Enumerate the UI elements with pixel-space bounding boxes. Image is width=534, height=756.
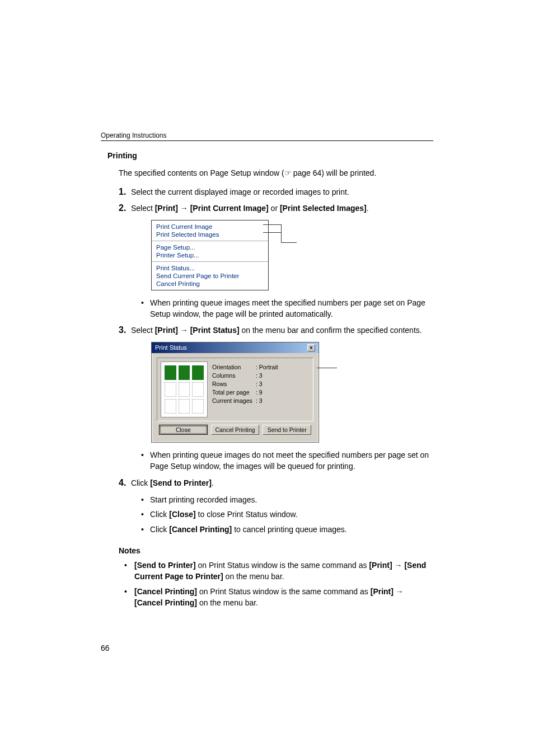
preview-cell-filled: [179, 365, 190, 380]
t: Click: [150, 510, 169, 519]
t: .: [367, 204, 369, 213]
label-total: Total per page: [212, 389, 256, 396]
t: .: [212, 478, 214, 487]
t: [Send to Printer]: [134, 561, 196, 570]
send-to-printer-button[interactable]: Send to Printer: [263, 425, 311, 435]
t: on the menu bar.: [223, 572, 284, 581]
window-title: Print Status: [155, 344, 187, 351]
t: [Cancel Printing]: [134, 598, 197, 607]
t: [Cancel Printing]: [134, 587, 197, 596]
step-3-notes: When printing queue images do not meet t…: [139, 449, 433, 472]
callout-line: [281, 224, 282, 242]
t: [Cancel Printing]: [169, 525, 232, 534]
reference-icon: ☞: [284, 169, 291, 177]
print-status-figure: Print Status ×: [151, 342, 336, 443]
t: [Print Selected Images]: [280, 204, 367, 213]
t: Click: [131, 478, 150, 487]
notes-list: [Send to Printer] on Print Status window…: [121, 560, 433, 608]
menu-item-send-current-page[interactable]: Send Current Page to Printer: [156, 272, 264, 280]
value-rows: : 3: [256, 381, 263, 387]
section-title: Printing: [107, 151, 433, 160]
page-preview: [161, 361, 208, 417]
step-number: 1.: [119, 187, 129, 197]
page-number: 66: [101, 644, 110, 652]
t: or: [269, 204, 280, 213]
callout-line: [317, 368, 337, 368]
label-rows: Rows: [212, 381, 256, 387]
arrow-icon: →: [178, 326, 190, 335]
t: on the menu bar.: [197, 598, 258, 607]
bullet: Click [Cancel Printing] to cancel printi…: [139, 524, 433, 535]
print-menu-figure: Print Current Image Print Selected Image…: [151, 220, 297, 290]
preview-cell-filled: [192, 365, 204, 380]
t: [Print]: [369, 561, 392, 570]
t: [Send to Printer]: [150, 478, 212, 487]
menu-item-print-selected[interactable]: Print Selected Images: [156, 231, 264, 238]
label-current: Current images: [212, 397, 256, 404]
preview-cell-empty: [179, 382, 190, 397]
value-orientation: : Portrait: [256, 364, 278, 370]
running-header: Operating Instructions: [101, 132, 433, 141]
step-4-notes: Start printing recorded images. Click [C…: [139, 494, 433, 535]
bullet: Start printing recorded images.: [139, 494, 433, 505]
menu-item-print-status[interactable]: Print Status...: [156, 264, 264, 272]
t: to cancel printing queue images.: [232, 525, 346, 534]
close-button[interactable]: Close: [159, 425, 208, 435]
t: Select: [131, 326, 155, 335]
step-text: Select the current displayed image or re…: [131, 187, 433, 198]
step-4: 4. Click [Send to Printer].: [119, 478, 433, 489]
arrow-icon: →: [178, 204, 190, 213]
preview-cell-filled: [165, 365, 176, 380]
t: Select: [131, 204, 155, 213]
t: Click: [150, 525, 169, 534]
step-number: 4.: [119, 478, 129, 488]
preview-cell-empty: [179, 399, 190, 414]
t: [Print Current Image]: [190, 204, 269, 213]
callout-line: [263, 224, 281, 225]
print-menu: Print Current Image Print Selected Image…: [151, 220, 269, 290]
step-2-notes: When printing queue images meet the spec…: [139, 297, 433, 320]
value-current: : 3: [256, 397, 263, 404]
t: [Print]: [155, 204, 178, 213]
print-status-titlebar: Print Status ×: [152, 342, 318, 353]
value-columns: : 3: [256, 372, 263, 379]
notes-heading: Notes: [119, 546, 433, 555]
t: on Print Status window is the same comma…: [196, 561, 369, 570]
t: [Print Status]: [190, 326, 240, 335]
menu-item-printer-setup[interactable]: Printer Setup...: [156, 251, 264, 259]
menu-item-page-setup[interactable]: Page Setup...: [156, 243, 264, 251]
preview-cell-empty: [192, 382, 204, 397]
step-number: 3.: [119, 325, 129, 335]
step-text: Click [Send to Printer].: [131, 478, 433, 489]
note-item: [Send to Printer] on Print Status window…: [121, 560, 433, 583]
t: on Print Status window is the same comma…: [197, 587, 371, 596]
intro-text: The specified contents on Page Setup win…: [119, 168, 433, 179]
cancel-printing-button[interactable]: Cancel Printing: [211, 425, 260, 435]
bullet: Click [Close] to close Print Status wind…: [139, 509, 433, 520]
t: to close Print Status window.: [196, 510, 298, 519]
preview-cell-empty: [192, 399, 204, 414]
preview-cell-empty: [165, 382, 176, 397]
step-3: 3. Select [Print] → [Print Status] on th…: [119, 325, 433, 336]
print-status-window: Print Status ×: [151, 342, 319, 443]
step-2: 2. Select [Print] → [Print Current Image…: [119, 203, 433, 214]
callout-line: [263, 232, 281, 233]
step-text: Select [Print] → [Print Current Image] o…: [131, 203, 433, 214]
close-icon[interactable]: ×: [307, 344, 315, 351]
callout-line: [281, 242, 297, 243]
step-text: Select [Print] → [Print Status] on the m…: [131, 325, 433, 336]
label-orientation: Orientation: [212, 364, 256, 370]
menu-item-print-current[interactable]: Print Current Image: [156, 223, 264, 231]
t: on the menu bar and confirm the specifie…: [240, 326, 422, 335]
note-item: [Cancel Printing] on Print Status window…: [121, 586, 433, 609]
arrow-icon: →: [394, 587, 404, 596]
t: [Print]: [371, 587, 394, 596]
menu-item-cancel-printing[interactable]: Cancel Printing: [156, 280, 264, 288]
print-status-info: Orientation: Portrait Columns: 3 Rows: 3…: [212, 361, 310, 417]
step-number: 2.: [119, 203, 129, 213]
t: [Print]: [155, 326, 178, 335]
intro-ref: page 64) will be printed.: [291, 168, 377, 177]
t: [Close]: [169, 510, 195, 519]
arrow-icon: →: [392, 561, 405, 570]
intro-prefix: The specified contents on Page Setup win…: [119, 168, 284, 177]
